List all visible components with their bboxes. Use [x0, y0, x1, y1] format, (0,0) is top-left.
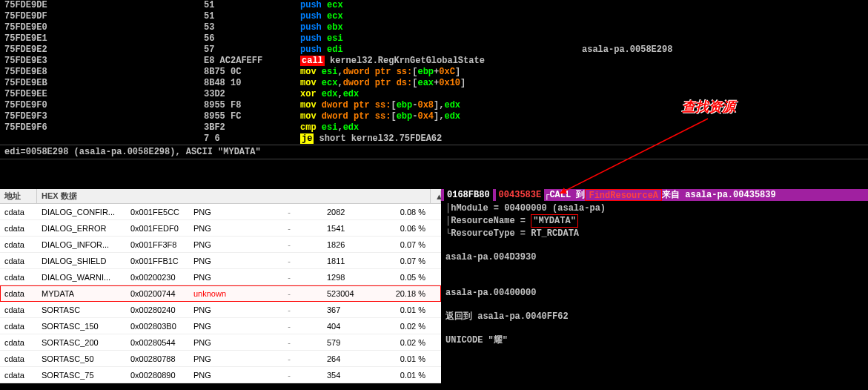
cell-size: 367	[322, 305, 374, 314]
cell-dash: -	[256, 322, 322, 331]
table-row[interactable]: cdataDIALOG_INFOR...0x001FF3F8PNG-18260.…	[0, 237, 441, 253]
disasm-row[interactable]: 75FDE9DE51push ecx	[0, 0, 868, 11]
table-header[interactable]: 地址 HEX 数据 ▲	[0, 189, 441, 204]
mnemonic: mov	[300, 111, 317, 122]
comment	[582, 0, 868, 11]
resource-table[interactable]: 地址 HEX 数据 ▲ cdataDIALOG_CONFIR...0x001FE…	[0, 189, 441, 383]
table-row[interactable]: cdataSORTASC_500x00280788PNG-2640.01 %	[0, 351, 441, 367]
disasm-row[interactable]: 75FDE9E3E8 AC2AFEFFcall kernel32.RegKrnG…	[0, 56, 868, 67]
table-row[interactable]: cdataMYDATA0x00200744unknown-52300420.18…	[0, 285, 441, 302]
cell-size: 404	[322, 322, 374, 331]
disassembly-pane[interactable]: 75FDE9DE51push ecx75FDE9DF51push ecx75FD…	[0, 0, 868, 133]
stack-line: UNICODE "耀"	[445, 334, 864, 346]
api-name: FindResourceA	[585, 189, 662, 201]
cell-addr: cdata	[0, 354, 37, 363]
bytes: 3BF2	[204, 122, 300, 133]
cell-offset: 0x00200744	[126, 289, 189, 298]
cell-pct: 20.18 %	[374, 289, 430, 298]
mnemonic: call	[300, 56, 325, 66]
cell-size: 1826	[322, 240, 374, 249]
cell-addr: cdata	[0, 257, 37, 265]
cell-offset: 0x00280890	[126, 371, 189, 380]
table-row[interactable]: cdataSORTASC0x00280240PNG-3670.01 %	[0, 302, 441, 318]
cell-offset: 0x001FEDF0	[126, 224, 189, 233]
addr: 75FDE9EE	[0, 89, 204, 100]
addr: 75FDE9EB	[0, 78, 204, 89]
cell-name: DIALOG_WARNI...	[37, 273, 126, 282]
cell-pct: 0.01 %	[374, 354, 430, 363]
col-hex[interactable]: HEX 数据	[37, 189, 431, 203]
cell-dash: -	[256, 305, 322, 314]
stack-line: asala-pa.00400000	[445, 287, 864, 299]
disasm-row[interactable]: 75FDE9F63BF2cmp esi,edx	[0, 122, 868, 133]
disasm-row[interactable]: 75FDE9E156push esi	[0, 33, 868, 44]
comment	[582, 22, 868, 33]
stack-retaddr: 0043583E	[496, 189, 545, 201]
table-row[interactable]: cdataSORTASC_750x00280890PNG-3540.01 %	[0, 367, 441, 383]
instruction: mov dword ptr ss:[ebp-0x4],edx	[300, 111, 582, 122]
cell-size: 1298	[322, 273, 374, 282]
disasm-row-tail[interactable]: 7 6 je short kernel32.75FDEA62	[0, 133, 868, 145]
cell-pct: 0.07 %	[374, 257, 430, 265]
cell-pct: 0.01 %	[374, 371, 430, 380]
cell-dash: -	[256, 240, 322, 249]
param-hmodule: │hModule = 00400000 (asala-pa)	[445, 202, 864, 214]
cell-name: MYDATA	[37, 289, 126, 298]
cell-addr: cdata	[0, 240, 37, 249]
instruction: mov ecx,dword ptr ds:[eax+0x10]	[300, 78, 582, 89]
cell-addr: cdata	[0, 338, 37, 347]
mnemonic: mov	[300, 67, 317, 77]
info-bar: edi=0058E298 (asala-pa.0058E298), ASCII …	[0, 145, 868, 159]
mnemonic: cmp	[300, 122, 317, 133]
cell-size: 579	[322, 338, 374, 347]
cell-type: PNG	[189, 240, 256, 249]
comment: asala-pa.0058E298	[582, 44, 868, 56]
table-row[interactable]: cdataDIALOG_ERROR0x001FEDF0PNG-15410.06 …	[0, 220, 441, 237]
cell-pct: 0.02 %	[374, 322, 430, 331]
col-addr[interactable]: 地址	[0, 189, 37, 203]
instruction: push esi	[300, 33, 582, 44]
disasm-row[interactable]: 75FDE9E053push ebx	[0, 22, 868, 33]
cell-addr: cdata	[0, 371, 37, 380]
instruction: mov dword ptr ss:[ebp-0x8],edx	[300, 100, 582, 111]
bytes: 8955 F8	[204, 100, 300, 111]
table-row[interactable]: cdataDIALOG_CONFIR...0x001FE5CCPNG-20820…	[0, 204, 441, 220]
cell-offset: 0x002803B0	[126, 322, 189, 331]
disasm-row[interactable]: 75FDE9DF51push ecx	[0, 11, 868, 22]
cell-offset: 0x00280544	[126, 338, 189, 347]
cell-dash: -	[256, 257, 322, 265]
stack-header-row[interactable]: 0168FB80 0043583E ┌ CALL 到 FindResourceA…	[441, 189, 868, 201]
instruction: push ecx	[300, 0, 582, 11]
disasm-row[interactable]: 75FDE9EB8B48 10mov ecx,dword ptr ds:[eax…	[0, 78, 868, 89]
disasm-row[interactable]: 75FDE9F08955 F8mov dword ptr ss:[ebp-0x8…	[0, 100, 868, 111]
cell-type: PNG	[189, 273, 256, 282]
addr: 75FDE9F0	[0, 100, 204, 111]
bytes: 33D2	[204, 89, 300, 100]
stack-line: 返回到 asala-pa.0040FF62	[445, 311, 864, 323]
table-row[interactable]: cdataSORTASC_1500x002803B0PNG-4040.02 %	[0, 318, 441, 334]
cell-name: SORTASC_50	[37, 354, 126, 363]
cell-name: DIALOG_ERROR	[37, 224, 126, 233]
table-row[interactable]: cdataDIALOG_SHIELD0x001FFB1CPNG-18110.07…	[0, 253, 441, 269]
instruction: mov esi,dword ptr ss:[ebp+0xC]	[300, 67, 582, 78]
cell-name: DIALOG_SHIELD	[37, 257, 126, 265]
cell-dash: -	[256, 371, 322, 380]
cell-offset: 0x001FF3F8	[126, 240, 189, 249]
stack-pane[interactable]: 0168FB80 0043583E ┌ CALL 到 FindResourceA…	[441, 189, 868, 383]
sort-indicator[interactable]: ▲	[431, 191, 441, 202]
comment	[582, 122, 868, 133]
bytes: 51	[204, 0, 300, 11]
disasm-row[interactable]: 75FDE9E257push ediasala-pa.0058E298	[0, 44, 868, 56]
disasm-row[interactable]: 75FDE9E88B75 0Cmov esi,dword ptr ss:[ebp…	[0, 67, 868, 78]
bytes: 51	[204, 11, 300, 22]
mnemonic: je	[300, 133, 314, 144]
table-row[interactable]: cdataDIALOG_WARNI...0x00200230PNG-12980.…	[0, 269, 441, 285]
cell-name: SORTASC_200	[37, 338, 126, 347]
disasm-row[interactable]: 75FDE9F38955 FCmov dword ptr ss:[ebp-0x4…	[0, 111, 868, 122]
cell-name: SORTASC_75	[37, 371, 126, 380]
table-row[interactable]: cdataSORTASC_2000x00280544PNG-5790.02 %	[0, 334, 441, 351]
cell-addr: cdata	[0, 322, 37, 331]
disasm-row[interactable]: 75FDE9EE33D2xor edx,edx	[0, 89, 868, 100]
cell-offset: 0x00280788	[126, 354, 189, 363]
addr: 75FDE9E3	[0, 56, 204, 67]
